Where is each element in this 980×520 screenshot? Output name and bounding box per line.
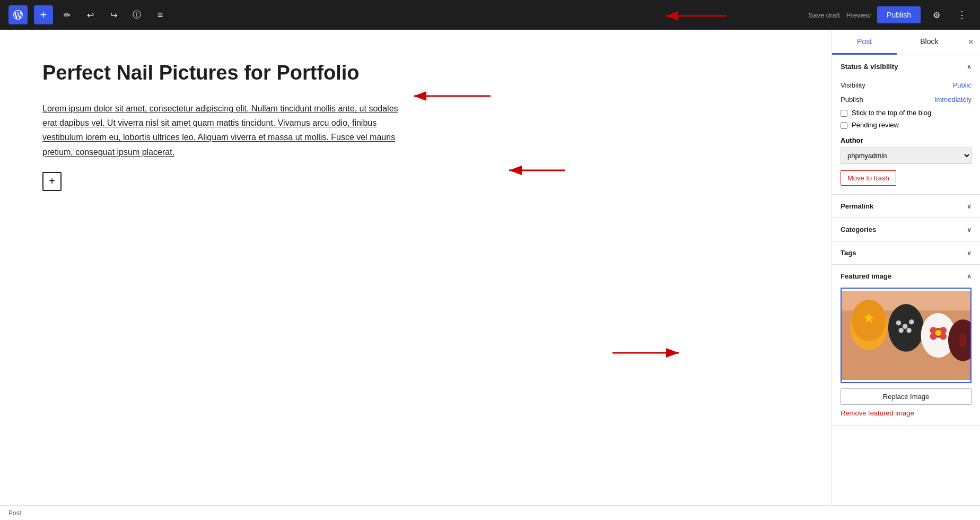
editor-area: Perfect Nail Pictures for Portfolio Lore… [0, 30, 832, 520]
post-content[interactable]: Lorem ipsum dolor sit amet, consectetur … [42, 101, 414, 159]
tab-post[interactable]: Post [832, 30, 897, 55]
categories-label: Categories [841, 226, 876, 233]
status-bar: Post [0, 505, 980, 520]
toolbar-right: Save draft Preview Publish ⚙ ⋮ [809, 5, 972, 24]
pending-review-row: Pending review [841, 119, 972, 131]
stick-top-checkbox[interactable] [841, 110, 847, 117]
status-visibility-header[interactable]: Status & visibility ∧ [832, 55, 980, 78]
arrow-to-title [408, 80, 493, 112]
add-block-button[interactable]: + [42, 172, 62, 191]
featured-image-chevron: ∧ [967, 273, 972, 280]
publish-row: Publish Immediately [841, 92, 972, 107]
preview-button[interactable]: Preview [846, 11, 871, 19]
publish-label: Publish [841, 96, 863, 103]
tags-section: Tags ∨ [832, 241, 980, 265]
more-options-button[interactable]: ⋮ [952, 5, 972, 24]
status-visibility-section: Status & visibility ∧ Visibility Public … [832, 55, 980, 195]
featured-image-section: Featured image ∧ [832, 265, 980, 426]
wp-logo[interactable] [8, 5, 28, 24]
svg-point-9 [896, 320, 901, 325]
svg-point-10 [903, 324, 907, 329]
tags-header[interactable]: Tags ∨ [832, 241, 980, 264]
permalink-header[interactable]: Permalink ∨ [832, 195, 980, 218]
svg-point-20 [935, 330, 941, 336]
status-visibility-label: Status & visibility [841, 63, 898, 71]
featured-image-header[interactable]: Featured image ∧ [832, 265, 980, 288]
status-text: Post [8, 509, 21, 517]
main-layout: Perfect Nail Pictures for Portfolio Lore… [0, 30, 980, 520]
add-block-toolbar-button[interactable]: + [34, 5, 53, 24]
permalink-label: Permalink [841, 202, 873, 210]
publish-button[interactable]: Publish [877, 6, 921, 23]
nail-art-svg [842, 289, 970, 382]
tab-block[interactable]: Block [897, 30, 961, 55]
sidebar: Post Block × Status & visibility ∧ Visib… [832, 30, 980, 520]
sidebar-header: Post Block × [832, 30, 980, 55]
visibility-value[interactable]: Public [953, 81, 972, 89]
author-label: Author [841, 136, 972, 144]
svg-point-11 [909, 319, 914, 324]
permalink-chevron: ∨ [967, 203, 972, 210]
tags-label: Tags [841, 249, 856, 257]
pending-review-checkbox[interactable] [841, 122, 847, 129]
toolbar: + ✏ ↩ ↪ ⓘ ≡ Save draft Preview Publish ⚙… [0, 0, 980, 30]
save-draft-button[interactable]: Save draft [809, 11, 840, 19]
status-visibility-content: Visibility Public Publish Immediately St… [832, 78, 980, 194]
stick-top-row: Stick to the top of the blog [841, 107, 972, 119]
visibility-label: Visibility [841, 81, 865, 89]
remove-featured-image-link[interactable]: Remove featured image [841, 409, 972, 417]
arrow-to-content [504, 160, 567, 181]
svg-rect-22 [959, 334, 966, 346]
redo-button[interactable]: ↪ [104, 5, 123, 24]
svg-point-13 [906, 328, 911, 333]
categories-section: Categories ∨ [832, 218, 980, 241]
permalink-section: Permalink ∨ [832, 195, 980, 218]
status-visibility-chevron: ∧ [967, 63, 972, 71]
post-title[interactable]: Perfect Nail Pictures for Portfolio [42, 62, 789, 84]
publish-value[interactable]: Immediately [934, 96, 972, 103]
list-view-button[interactable]: ≡ [151, 5, 170, 24]
categories-header[interactable]: Categories ∨ [832, 218, 980, 241]
tags-chevron: ∨ [967, 249, 972, 257]
pending-review-label: Pending review [852, 121, 899, 129]
edit-button[interactable]: ✏ [57, 5, 76, 24]
categories-chevron: ∨ [967, 226, 972, 233]
featured-image-label: Featured image [841, 272, 891, 280]
featured-image[interactable] [841, 288, 972, 383]
undo-button[interactable]: ↩ [81, 5, 100, 24]
settings-button[interactable]: ⚙ [927, 5, 946, 24]
visibility-row: Visibility Public [841, 78, 972, 92]
stick-top-label: Stick to the top of the blog [852, 109, 931, 117]
close-sidebar-button[interactable]: × [962, 32, 981, 52]
author-select[interactable]: phpmyadmin [841, 148, 972, 164]
move-to-trash-button[interactable]: Move to trash [841, 170, 896, 186]
replace-image-button[interactable]: Replace Image [841, 388, 972, 405]
featured-image-container: Replace Image Remove featured image [832, 288, 980, 426]
info-button[interactable]: ⓘ [127, 5, 146, 24]
svg-point-12 [898, 328, 903, 333]
